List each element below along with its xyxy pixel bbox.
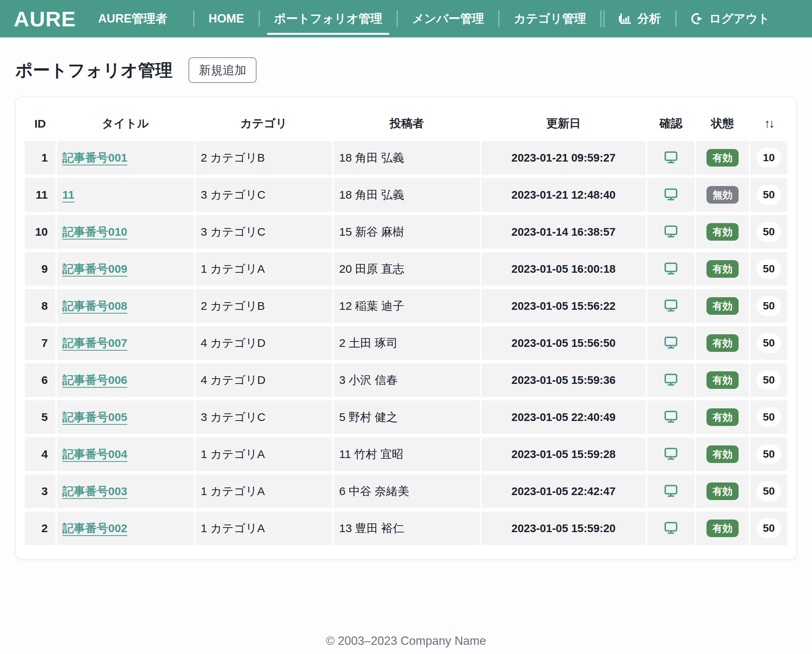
page-title: ポートフォリオ管理: [15, 59, 172, 82]
cell-count: 50: [750, 326, 787, 360]
column-header-title: タイトル: [57, 107, 194, 138]
nav-item-0[interactable]: HOME: [205, 0, 248, 37]
nav-item-4[interactable]: 分析: [615, 0, 665, 37]
column-header-status: 状態: [696, 107, 749, 138]
preview-button[interactable]: [662, 260, 680, 278]
status-badge: 有効: [706, 260, 739, 278]
cell-status: 有効: [696, 512, 749, 545]
nav-item-label: ポートフォリオ管理: [274, 11, 382, 27]
article-title-link[interactable]: 記事番号007: [62, 337, 127, 349]
cell-category: 1 カテゴリA: [195, 252, 332, 286]
status-badge: 有効: [706, 408, 739, 426]
cell-category: 3 カテゴリC: [195, 400, 332, 434]
cell-updated: 2023-01-05 15:56:50: [481, 326, 646, 360]
cell-category: 3 カテゴリC: [195, 178, 332, 212]
sort-icon[interactable]: ↑↓: [764, 117, 773, 130]
nav-item-label: ログアウト: [709, 11, 770, 27]
cell-category: 2 カテゴリB: [195, 289, 332, 323]
table-row: 9記事番号0091 カテゴリA20 田原 直志2023-01-05 16:00:…: [25, 252, 787, 286]
article-title-link[interactable]: 記事番号005: [62, 411, 127, 423]
cell-updated: 2023-01-05 16:00:18: [481, 252, 646, 286]
nav-item-2[interactable]: メンバー管理: [408, 0, 488, 37]
column-header-check: 確認: [647, 107, 695, 138]
status-badge: 有効: [706, 520, 739, 537]
article-title-link[interactable]: 11: [62, 188, 75, 201]
cell-title: 記事番号005: [57, 400, 194, 434]
cell-count: 50: [750, 363, 787, 397]
article-title-link[interactable]: 記事番号008: [62, 299, 127, 312]
cell-updated: 2023-01-05 22:40:49: [481, 400, 646, 434]
count-value: 50: [757, 407, 781, 427]
count-value: 50: [757, 222, 781, 242]
monitor-icon: [663, 410, 679, 425]
count-value: 50: [757, 259, 781, 279]
cell-check: [647, 252, 695, 286]
table-row: 6記事番号0064 カテゴリD3 小沢 信春2023-01-05 15:59:3…: [25, 363, 787, 397]
cell-check: [647, 400, 695, 434]
table-row: 7記事番号0074 カテゴリD2 土田 琢司2023-01-05 15:56:5…: [25, 326, 787, 360]
cell-title: 記事番号010: [57, 215, 194, 249]
brand-logo[interactable]: AURE: [14, 6, 76, 31]
cell-category: 1 カテゴリA: [195, 437, 332, 471]
article-title-link[interactable]: 記事番号010: [62, 225, 127, 238]
portfolio-table: ID タイトル カテゴリ 投稿者 更新日 確認 状態 ↑↓ 1記事番号0012 …: [23, 103, 789, 549]
monitor-icon: [663, 261, 679, 277]
cell-category: 2 カテゴリB: [195, 141, 332, 175]
nav-item-label: 分析: [637, 11, 661, 27]
preview-button[interactable]: [662, 149, 680, 167]
preview-button[interactable]: [662, 371, 680, 390]
nav-item-5[interactable]: ログアウト: [687, 0, 774, 37]
cell-author: 11 竹村 宜昭: [334, 437, 480, 471]
article-title-link[interactable]: 記事番号009: [62, 262, 127, 275]
nav-separator: [676, 10, 676, 27]
count-value: 50: [757, 296, 781, 316]
cell-title: 11: [57, 178, 194, 212]
preview-button[interactable]: [662, 223, 680, 241]
nav-separator: [259, 10, 260, 27]
cell-author: 2 土田 琢司: [334, 326, 480, 360]
cell-count: 50: [750, 400, 787, 434]
table-row: 8記事番号0082 カテゴリB12 稲葉 迪子2023-01-05 15:56:…: [25, 289, 787, 323]
count-value: 50: [757, 518, 781, 538]
article-title-link[interactable]: 記事番号003: [62, 485, 127, 497]
preview-button[interactable]: [662, 186, 680, 204]
article-title-link[interactable]: 記事番号004: [62, 448, 127, 460]
logout-icon: [691, 12, 704, 25]
cell-status: 無効: [696, 178, 749, 212]
preview-button[interactable]: [662, 445, 680, 464]
status-badge: 有効: [706, 149, 739, 167]
admin-role-label: AURE管理者: [98, 11, 167, 27]
cell-author: 15 新谷 麻樹: [334, 215, 480, 249]
preview-button[interactable]: [662, 334, 680, 353]
article-title-link[interactable]: 記事番号006: [62, 374, 127, 386]
cell-status: 有効: [696, 141, 749, 175]
table-row: 5記事番号0053 カテゴリC5 野村 健之2023-01-05 22:40:4…: [25, 400, 787, 434]
cell-id: 2: [25, 512, 55, 545]
cell-id: 4: [25, 437, 55, 471]
count-value: 10: [757, 148, 781, 168]
cell-updated: 2023-01-05 22:42:47: [481, 474, 646, 508]
count-value: 50: [757, 333, 781, 353]
article-title-link[interactable]: 記事番号001: [62, 151, 127, 164]
preview-button[interactable]: [662, 297, 680, 316]
cell-check: [647, 215, 695, 249]
cell-category: 3 カテゴリC: [195, 215, 332, 249]
cell-author: 18 角田 弘義: [334, 141, 480, 175]
article-title-link[interactable]: 記事番号002: [62, 522, 127, 534]
status-badge: 有効: [706, 445, 739, 463]
nav-item-3[interactable]: カテゴリ管理: [510, 0, 590, 37]
nav-item-label: HOME: [209, 12, 244, 26]
preview-button[interactable]: [662, 408, 680, 427]
status-badge: 無効: [706, 186, 739, 204]
column-header-id: ID: [25, 107, 55, 138]
cell-check: [647, 289, 695, 323]
nav-separator-double: [601, 10, 604, 27]
cell-check: [647, 474, 695, 508]
cell-id: 5: [25, 400, 55, 434]
monitor-icon: [663, 521, 679, 536]
preview-button[interactable]: [662, 519, 680, 538]
nav-item-1[interactable]: ポートフォリオ管理: [270, 0, 386, 37]
add-new-button[interactable]: 新規追加: [188, 57, 257, 83]
monitor-icon: [663, 224, 679, 240]
preview-button[interactable]: [662, 482, 680, 501]
